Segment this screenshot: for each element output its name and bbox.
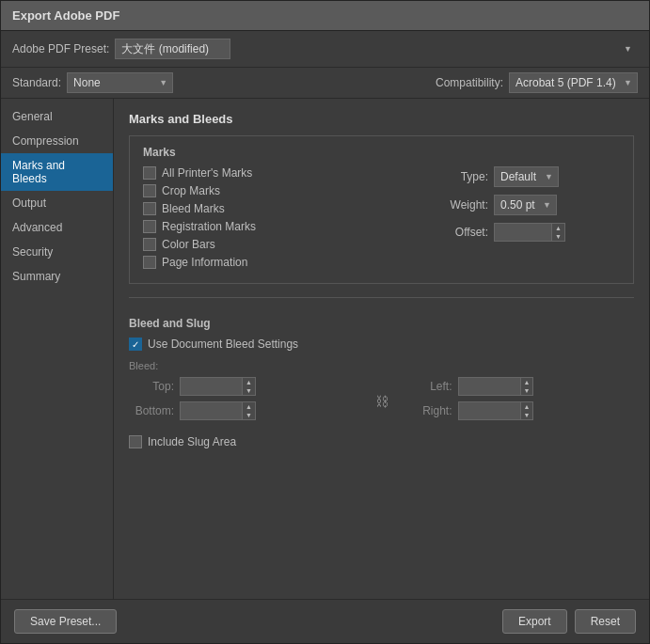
bleed-bottom-input[interactable]: 0.125 in — [181, 402, 242, 419]
sidebar-item-security[interactable]: Security — [1, 240, 113, 264]
offset-input[interactable]: 0 in — [495, 224, 551, 241]
marks-subsection-title: Marks — [143, 146, 620, 159]
bleed-right-label: Right: — [407, 404, 452, 417]
color-bars-row: Color Bars — [143, 238, 413, 251]
crop-marks-row: Crop Marks — [143, 184, 413, 197]
marks-right-fields: Type: Default J Mark Roman Weight: — [432, 166, 620, 274]
use-document-bleed-row: ✓ Use Document Bleed Settings — [129, 338, 634, 351]
section-title: Marks and Bleeds — [129, 112, 634, 126]
dialog-title: Export Adobe PDF — [12, 8, 119, 23]
offset-field-row: Offset: 0 in ▲ ▼ — [432, 223, 620, 242]
bleed-left-row: Left: 0.125 in ▲ ▼ — [407, 377, 635, 396]
bleed-top-down[interactable]: ▼ — [243, 386, 255, 395]
reset-button[interactable]: Reset — [575, 609, 636, 634]
footer-right-buttons: Export Reset — [502, 609, 636, 634]
main-content: Marks and Bleeds Marks All Printer's Mar… — [114, 99, 649, 599]
export-button[interactable]: Export — [502, 609, 567, 634]
preset-select[interactable]: 大文件 (modified) — [115, 39, 230, 59]
standard-label: Standard: — [12, 76, 61, 89]
all-printers-marks-label: All Printer's Marks — [162, 166, 252, 180]
type-field-row: Type: Default J Mark Roman — [432, 166, 620, 187]
bleed-right-spinner: 0.125 in ▲ ▼ — [458, 401, 534, 420]
bleed-right-row: Right: 0.125 in ▲ ▼ — [407, 401, 635, 420]
weight-field-row: Weight: 0.25 pt 0.50 pt 1.00 pt — [432, 195, 620, 215]
bleed-top-up[interactable]: ▲ — [243, 378, 255, 386]
preset-row: Adobe PDF Preset: 大文件 (modified) — [1, 31, 649, 68]
sidebar-item-advanced[interactable]: Advanced — [1, 215, 113, 240]
bleed-right-down[interactable]: ▼ — [521, 411, 533, 419]
standard-select[interactable]: None PDF/X-1a:2001 PDF/X-3:2002 — [67, 72, 173, 93]
sidebar-item-summary[interactable]: Summary — [1, 264, 113, 289]
type-select-wrapper: Default J Mark Roman — [494, 166, 559, 187]
marks-grid: All Printer's Marks Crop Marks Bleed Mar… — [143, 166, 620, 274]
page-information-row: Page Information — [143, 256, 413, 269]
bleed-left-col: Top: 0.125 in ▲ ▼ Bottom: — [129, 377, 357, 426]
color-bars-checkbox[interactable] — [143, 238, 156, 251]
sidebar-item-marks-and-bleeds[interactable]: Marks and Bleeds — [1, 153, 113, 191]
bleed-right-up[interactable]: ▲ — [521, 402, 533, 411]
bleed-left-down[interactable]: ▼ — [521, 386, 533, 395]
bleed-right-input[interactable]: 0.125 in — [459, 402, 520, 419]
crop-marks-checkbox[interactable] — [143, 184, 156, 197]
sidebar: General Compression Marks and Bleeds Out… — [1, 99, 114, 599]
bleed-left-arrows: ▲ ▼ — [520, 378, 533, 395]
bleed-slug-section: Bleed and Slug ✓ Use Document Bleed Sett… — [129, 307, 634, 463]
weight-select-wrapper: 0.25 pt 0.50 pt 1.00 pt — [494, 195, 557, 215]
bleed-left-input[interactable]: 0.125 in — [459, 378, 520, 395]
include-slug-checkbox[interactable] — [129, 435, 142, 448]
bleed-bottom-row: Bottom: 0.125 in ▲ ▼ — [129, 401, 357, 420]
offset-up-arrow[interactable]: ▲ — [552, 224, 564, 232]
compatibility-select[interactable]: Acrobat 4 (PDF 1.3) Acrobat 5 (PDF 1.4) … — [509, 72, 638, 93]
bleed-top-arrows: ▲ ▼ — [242, 378, 255, 395]
bleed-bottom-up[interactable]: ▲ — [243, 402, 255, 411]
bleed-marks-checkbox[interactable] — [143, 202, 156, 215]
save-preset-button[interactable]: Save Preset... — [14, 609, 117, 634]
bleed-top-row: Top: 0.125 in ▲ ▼ — [129, 377, 357, 396]
bleed-fields-grid: Top: 0.125 in ▲ ▼ Bottom: — [129, 377, 634, 426]
all-printers-marks-checkbox[interactable] — [143, 166, 156, 180]
registration-marks-label: Registration Marks — [162, 220, 256, 233]
bleed-top-label: Top: — [129, 380, 174, 393]
registration-marks-checkbox[interactable] — [143, 220, 156, 233]
bleed-left-spinner: 0.125 in ▲ ▼ — [458, 377, 534, 396]
offset-label: Offset: — [432, 226, 488, 239]
link-icon: ⛓ — [375, 394, 388, 409]
page-information-checkbox[interactable] — [143, 256, 156, 269]
type-label: Type: — [432, 170, 488, 183]
bleed-bottom-label: Bottom: — [129, 404, 174, 417]
bleed-bottom-arrows: ▲ ▼ — [242, 402, 255, 419]
bleed-right-arrows: ▲ ▼ — [520, 402, 533, 419]
use-document-bleed-checkbox[interactable]: ✓ — [129, 338, 142, 351]
use-document-bleed-label: Use Document Bleed Settings — [148, 338, 298, 351]
title-bar: Export Adobe PDF — [1, 1, 649, 31]
marks-checkboxes: All Printer's Marks Crop Marks Bleed Mar… — [143, 166, 413, 274]
weight-select[interactable]: 0.25 pt 0.50 pt 1.00 pt — [494, 195, 557, 215]
bleed-bottom-down[interactable]: ▼ — [243, 411, 255, 419]
standard-select-wrapper: None PDF/X-1a:2001 PDF/X-3:2002 — [67, 72, 173, 93]
preset-label: Adobe PDF Preset: — [12, 42, 109, 55]
bleed-top-input[interactable]: 0.125 in — [181, 378, 242, 395]
bleed-right-col: Left: 0.125 in ▲ ▼ Right: — [407, 377, 635, 426]
bleed-top-spinner: 0.125 in ▲ ▼ — [180, 377, 256, 396]
type-select[interactable]: Default J Mark Roman — [494, 166, 559, 187]
bleed-slug-title: Bleed and Slug — [129, 317, 634, 330]
sidebar-item-output[interactable]: Output — [1, 191, 113, 215]
offset-down-arrow[interactable]: ▼ — [552, 232, 564, 241]
sidebar-item-compression[interactable]: Compression — [1, 129, 113, 153]
compatibility-select-wrapper: Acrobat 4 (PDF 1.3) Acrobat 5 (PDF 1.4) … — [509, 72, 638, 93]
page-information-label: Page Information — [162, 256, 247, 269]
bleed-marks-row: Bleed Marks — [143, 202, 413, 215]
dialog-body: General Compression Marks and Bleeds Out… — [1, 99, 649, 599]
include-slug-label: Include Slug Area — [148, 435, 236, 448]
std-row: Standard: None PDF/X-1a:2001 PDF/X-3:200… — [1, 68, 649, 99]
bleed-left-up[interactable]: ▲ — [521, 378, 533, 386]
bleed-left-label: Left: — [407, 380, 452, 393]
weight-label: Weight: — [432, 198, 488, 212]
bleed-marks-label: Bleed Marks — [162, 202, 225, 215]
export-pdf-dialog: Export Adobe PDF Adobe PDF Preset: 大文件 (… — [0, 0, 650, 644]
color-bars-label: Color Bars — [162, 238, 215, 251]
bleed-label: Bleed: — [129, 360, 634, 371]
preset-select-wrapper: 大文件 (modified) — [115, 39, 638, 59]
crop-marks-label: Crop Marks — [162, 184, 220, 197]
sidebar-item-general[interactable]: General — [1, 104, 113, 129]
